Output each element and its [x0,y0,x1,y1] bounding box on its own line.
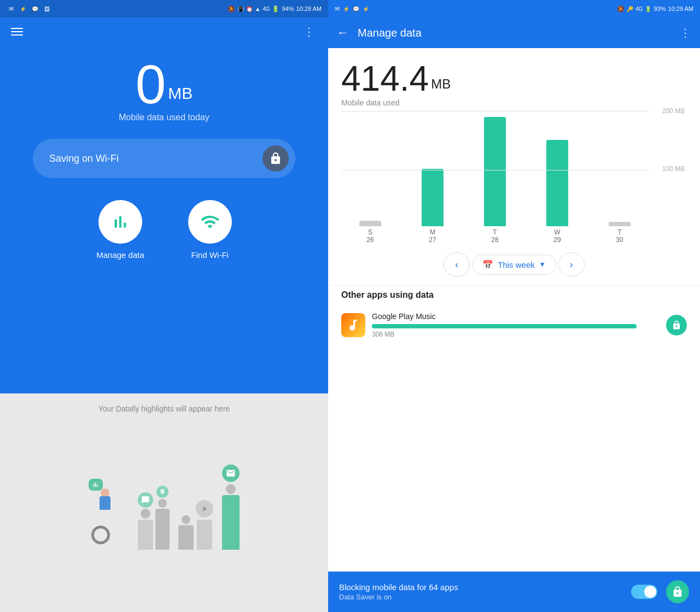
play-circle [196,500,213,517]
wifi-saving-bar: Saving on Wi-Fi [33,139,295,178]
right-status-icons: ✉ ⚡ 💬 ⚡ [335,5,369,13]
right-time: 10:29 AM [668,5,693,12]
right-status-bar: ✉ ⚡ 💬 ⚡ 🔕 🔑 4G 🔋 93% 10:29 AM [328,0,700,17]
hamburger-line [11,34,23,36]
grid-top [341,111,649,111]
left-top-bar: ⋮ [0,17,328,46]
find-wifi-button[interactable]: Find Wi-Fi [188,200,232,260]
app-progress-bar [372,324,637,328]
chart-grid: 200 MB 100 MB [341,111,649,228]
data-label: Mobile data used today [119,113,209,122]
axis-labels: S26 M27 T28 W29 T30 [341,228,687,244]
highlights-text: Your Datally highlights will appear here [98,404,230,413]
cyclist-figure [89,479,132,550]
manage-data-label: Manage data [96,250,144,260]
app-lock-toggle[interactable] [666,315,687,336]
email-bubble [222,464,240,482]
week-selector[interactable]: 📅 This week ▼ [472,255,556,275]
tall-figure [222,464,240,550]
blocking-text: Blocking mobile data for 64 apps Data Sa… [339,582,622,601]
right-battery: 🔋 [645,6,651,12]
wifi-icon: ▲ [255,6,260,12]
highlights-section: Your Datally highlights will appear here [0,393,328,612]
left-status-right: 🔕 📳 ⏰ ▲ 4G 🔋 94% 10:28 AM [228,5,322,13]
week-label: This week [498,260,535,269]
messenger-icon: 💬 [31,5,39,13]
chart-section: 200 MB 100 MB [328,111,700,244]
other-apps-section: Other apps using data Google Play Music … [328,286,700,349]
right-app-icon: ⚡ [343,6,349,12]
chart-wrapper: 200 MB 100 MB [341,111,687,244]
app-row-google-music: Google Play Music 306 MB [341,308,687,343]
axis-m27: M27 [404,228,462,244]
axis-s26: S26 [341,228,399,244]
play-icon [200,504,209,513]
next-week-button[interactable]: › [558,252,585,276]
hamburger-menu-button[interactable] [9,26,25,38]
app-icon-2: ⚡ [19,5,27,13]
time-left: 10:28 AM [296,5,322,12]
usage-label: Mobile data used [341,98,687,107]
other-apps-title: Other apps using data [341,290,687,300]
hamburger-line [11,28,23,29]
cyclist-shape [89,479,132,550]
battery-percent: 94% [282,5,294,12]
right-status-right: 🔕 🔑 4G 🔋 93% 10:29 AM [617,5,693,13]
chat-icon [141,496,150,504]
axis-t30: T30 [591,228,649,244]
right-app-icon2: ⚡ [363,6,369,12]
person-head-2 [158,499,167,508]
chart-bubble [89,479,103,491]
mute-icon: 🔕 [228,5,235,13]
highlights-illustration [0,429,328,550]
left-panel: ✉ ⚡ 💬 🖼 🔕 📳 ⏰ ▲ 4G 🔋 94% 10:28 AM ⋮ 0 MB [0,0,328,612]
right-gmail-icon: ✉ [335,5,340,13]
find-wifi-circle [188,200,232,244]
usage-unit: MB [431,76,451,92]
blocking-subtitle: Data Saver is on [339,593,622,601]
app-data-usage: 306 MB [372,331,660,338]
app-lock-icon [672,320,681,330]
gmail-icon: ✉ [7,5,15,13]
media-group [178,500,213,550]
action-buttons-row: Manage data Find Wi-Fi [0,189,328,270]
data-usage-display: 0 MB Mobile data used today [0,46,328,128]
back-button[interactable]: ← [337,26,349,40]
data-saver-toggle[interactable] [631,585,657,599]
app-name: Google Play Music [372,312,660,321]
prev-week-button[interactable]: ‹ [444,252,470,276]
manage-data-circle [98,200,142,244]
data-amount: 0 [136,57,166,111]
google-play-music-info: Google Play Music 306 MB [372,312,660,338]
wifi-lock-toggle[interactable] [262,145,289,172]
tall-body [222,495,240,550]
battery-icon: 🔋 [272,5,279,13]
blocking-title: Blocking mobile data for 64 apps [339,582,622,592]
grid-mid [341,170,649,170]
manage-data-button[interactable]: Manage data [96,200,144,260]
right-mute-icon: 🔕 [617,5,625,13]
calendar-icon: 📅 [482,260,493,270]
banner-lock-icon [666,580,689,603]
person-head-3 [182,515,190,524]
axis-t28: T28 [466,228,524,244]
pin-icon [159,489,166,495]
more-options-button[interactable]: ⋮ [299,23,319,40]
right-content: 414.4 MB Mobile data used 200 MB 100 MB [328,48,700,612]
usage-amount: 414.4 [341,61,429,96]
usage-amount-container: 414.4 MB [341,61,687,96]
wifi-icon [200,212,220,232]
right-top-bar: ← Manage data ⋮ [328,17,700,48]
email-icon [226,468,236,478]
right-messenger-icon: 💬 [353,6,359,12]
person-2 [155,486,170,550]
location-icon [156,486,168,498]
right-more-button[interactable]: ⋮ [680,26,691,39]
blocking-banner: Blocking mobile data for 64 apps Data Sa… [328,572,700,612]
chart-bar-icon [110,212,130,232]
data-saver-toggle-container [631,585,657,599]
play-music-icon [346,318,360,332]
bike-wheel-left [91,526,110,544]
left-status-icons: ✉ ⚡ 💬 🖼 [7,5,51,13]
chevron-down-icon: ▼ [539,261,546,268]
